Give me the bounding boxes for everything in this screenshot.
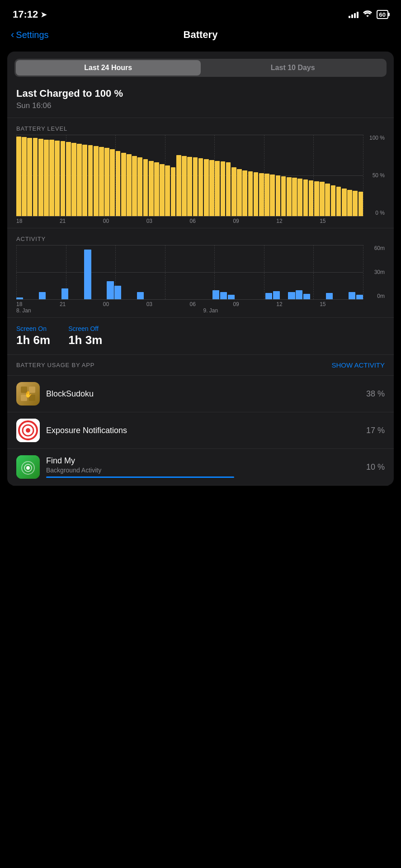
battery-bar [331,185,336,216]
location-icon: ➤ [41,10,47,19]
battery-bars-inner [16,135,363,216]
battery-bar [303,179,308,216]
battery-bar [143,159,148,216]
battery-bar [242,170,247,216]
blocksudoku-percent: 38 % [366,389,385,399]
activity-section: ACTIVITY 60m 30m 0m [7,228,394,314]
svg-text:✋: ✋ [24,391,33,398]
battery-bar [297,179,302,216]
activity-bar [107,281,113,299]
status-bar: 17:12 ➤ 60 [0,0,401,25]
battery-bar [237,169,242,216]
findmy-percent: 10 % [366,462,385,472]
battery-bar [198,158,203,216]
date-labels-row: 8. Jan 9. Jan [16,307,385,314]
app-item-blocksudoku[interactable]: ✋ BlockSudoku 38 % [7,376,394,412]
activity-x-labels: 18 21 00 03 06 09 12 15 [16,301,385,307]
battery-bar [44,140,49,216]
app-item-findmy[interactable]: Find My Background Activity 10 % [7,449,394,486]
battery-bar [248,171,253,216]
battery-level-chart: 100 % 50 % 0 % [16,135,385,216]
battery-bar [88,145,93,216]
battery-bar [287,177,292,216]
back-label: Settings [16,30,48,40]
battery-level-text: 60 [379,11,386,18]
x-label-18: 18 [16,218,60,224]
battery-bar [132,156,137,216]
segment-24h[interactable]: Last 24 Hours [16,60,201,75]
show-activity-button[interactable]: SHOW ACTIVITY [331,361,385,369]
activity-chart: 60m 30m 0m [16,245,385,299]
activity-bar [273,291,280,299]
y-label-0: 0 % [375,210,385,216]
exposure-icon [16,419,40,442]
battery-y-labels: 100 % 50 % 0 % [364,135,385,216]
screen-on-stat: Screen On 1h 6m [16,325,50,347]
x-label-03: 03 [146,218,190,224]
battery-bar [121,153,126,216]
x-label-21: 21 [60,218,103,224]
battery-bar [149,161,154,216]
findmy-sub: Background Activity [46,467,360,474]
app-item-exposure[interactable]: Exposure Notifications 17 % [7,412,394,449]
battery-bar [264,174,269,216]
time-display: 17:12 [13,9,38,20]
battery-bar [221,161,226,216]
act-x-03: 03 [146,301,190,307]
activity-bar [220,292,227,299]
activity-label: ACTIVITY [7,232,394,245]
battery-bar [137,157,142,216]
y-label-0m: 0m [377,293,385,299]
blocksudoku-name: BlockSudoku [46,389,360,399]
battery-bar [55,141,60,216]
blocksudoku-icon: ✋ [16,382,40,406]
battery-bar [165,165,170,216]
segment-10d[interactable]: Last 10 Days [201,60,386,75]
battery-bar [182,156,187,216]
battery-bar [22,137,27,216]
battery-bar [309,180,314,216]
battery-bar [353,191,358,216]
act-x-00: 00 [103,301,146,307]
battery-bar [276,175,281,216]
svg-point-11 [18,429,20,431]
battery-bar [204,159,209,216]
activity-bar [137,292,144,299]
battery-bar [231,167,236,216]
battery-bar [71,143,76,216]
x-label-12: 12 [276,218,320,224]
svg-point-8 [26,428,30,433]
battery-bar [82,145,87,216]
page-title: Battery [184,29,218,41]
activity-bar [61,288,68,299]
activity-bar [212,290,219,299]
battery-bar [116,151,121,216]
battery-level-section: BATTERY LEVEL 100 % [7,118,394,224]
exposure-percent: 17 % [366,426,385,435]
battery-bar [77,144,82,216]
charge-info: Last Charged to 100 % Sun 16:06 [7,80,394,114]
battery-bar [94,146,99,216]
battery-bar [254,172,259,216]
screen-off-stat: Screen Off 1h 3m [68,325,102,347]
exposure-info: Exposure Notifications [46,426,360,435]
battery-content-card: Last 24 Hours Last 10 Days Last Charged … [7,52,394,486]
wifi-icon [363,10,372,19]
date-8jan: 8. Jan [16,307,176,314]
y-label-30m: 30m [374,269,385,275]
activity-bar [265,293,272,299]
x-label-09: 09 [233,218,276,224]
battery-bar [342,189,347,216]
findmy-info: Find My Background Activity [46,456,360,478]
svg-point-16 [26,466,30,470]
time-segment-control[interactable]: Last 24 Hours Last 10 Days [14,59,387,77]
svg-point-9 [27,420,29,422]
battery-bar [176,155,181,216]
activity-bar [296,290,302,299]
back-button[interactable]: ‹ Settings [11,29,49,41]
battery-icon: 60 [377,10,388,19]
battery-bar [27,138,32,216]
battery-bar [314,181,319,216]
battery-bar [127,154,132,216]
activity-bar [84,250,91,299]
